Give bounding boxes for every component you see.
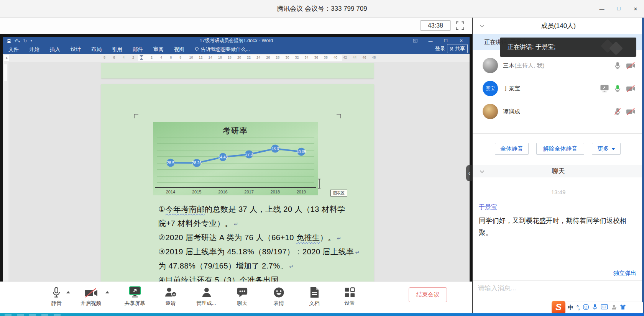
chevron-down-icon[interactable] (480, 22, 485, 29)
ribbon-tab[interactable]: 插入 (50, 46, 60, 53)
ribbon-tab[interactable]: 引用 (112, 46, 122, 53)
mic-icon[interactable] (613, 61, 622, 70)
tell-me-box[interactable]: 告诉我您想要做什么... (195, 46, 250, 53)
chat-icon (237, 287, 248, 298)
caret-down-icon (611, 148, 615, 150)
camera-off-icon[interactable] (626, 108, 636, 116)
share-screen-button[interactable]: 共享屏幕 (120, 285, 150, 307)
text-segment: 院+7 材料外专业）。 (158, 219, 233, 228)
member-name: 谭润成 (503, 108, 520, 115)
ribbon-tab[interactable]: 视图 (174, 46, 184, 53)
chart-point: 28.5 (167, 159, 175, 167)
ribbon-tab[interactable]: 审阅 (153, 46, 164, 53)
ime-emoji-icon[interactable] (583, 304, 589, 312)
share-screen-icon (128, 286, 141, 298)
minimize-icon[interactable]: — (593, 0, 610, 18)
svg-text:7: 7 (615, 307, 616, 309)
mic-active-icon[interactable] (613, 84, 622, 93)
ribbon-tab[interactable]: 布局 (91, 46, 102, 53)
word-signin-link[interactable]: 登录 (435, 45, 445, 52)
ime-voice-icon[interactable] (592, 304, 598, 312)
document-chart[interactable]: 28.5201428.26201534.48201637.3201743.320… (153, 122, 318, 195)
ruler-number: 26 (266, 56, 270, 59)
unmute-all-button[interactable]: 解除全体静音 (536, 143, 584, 155)
word-close-icon[interactable]: ✕ (453, 38, 469, 43)
ribbon-tab[interactable]: 文件 (8, 46, 19, 53)
shared-screen-frame: ↶▾ ↻ ▾ 17级考研动员会提纲1.docx - Word — ☐ ✕ 文件开… (0, 34, 472, 282)
chart-x-label: 2014 (166, 190, 175, 194)
docs-button[interactable]: 文档 (300, 285, 329, 307)
more-button[interactable]: 更多 (592, 143, 621, 155)
ruler-number: 44 (353, 56, 356, 59)
ribbon-tab[interactable]: 邮件 (133, 46, 143, 53)
word-minimize-icon[interactable]: — (423, 39, 438, 43)
toolbar-item-label: 管理成... (196, 300, 216, 307)
docs-icon (310, 287, 319, 298)
svg-text:37.3: 37.3 (245, 152, 253, 157)
camera-off-icon[interactable] (626, 85, 636, 93)
indent-marker[interactable] (140, 55, 143, 60)
members-header: 成员(140人) (473, 18, 644, 34)
chat-sender[interactable]: 于景宝 (479, 203, 497, 211)
ime-skin-icon[interactable] (620, 304, 626, 311)
svg-text:40.05: 40.05 (296, 150, 306, 154)
mute-all-button[interactable]: 全体静音 (495, 143, 529, 155)
toolbar-item-label: 文档 (309, 300, 320, 307)
ribbon-tab[interactable]: 设计 (71, 46, 81, 53)
camera-off-icon (84, 288, 98, 298)
settings-button[interactable]: 设置 (335, 285, 364, 307)
document-page[interactable]: 28.5201428.26201534.48201637.3201743.320… (101, 84, 374, 282)
meeting-timer: 43:38 (420, 20, 451, 31)
share-control-strip: 43:38 (0, 18, 472, 34)
maximize-icon[interactable]: ☐ (610, 0, 627, 18)
spellcheck-text: 今年考南邮 (165, 205, 205, 213)
start-video-button[interactable]: 开启视频 (72, 285, 109, 307)
meeting-toolbar: 静音开启视频共享屏幕邀请管理成...聊天表情文档设置结束会议 (0, 282, 472, 316)
end-meeting-button[interactable]: 结束会议 (409, 287, 447, 302)
member-row[interactable]: 景宝于景宝 (473, 77, 644, 100)
vertical-ruler[interactable] (3, 62, 8, 282)
tab-selector[interactable]: L (4, 55, 10, 61)
camera-off-icon[interactable] (626, 62, 636, 70)
shared-screen-region: 43:38 ↶▾ ↻ ▾ 17级考研动员会提纲1.docx - Word — ☐… (0, 18, 472, 316)
chevron-down-icon[interactable] (480, 167, 485, 175)
manage-members-button[interactable]: 管理成... (192, 285, 221, 307)
ime-keyboard-icon[interactable] (601, 304, 608, 311)
text-cursor-icon (317, 178, 321, 190)
fullscreen-icon[interactable] (455, 21, 465, 30)
emoji-button[interactable]: 表情 (264, 285, 293, 307)
toolbar-item-label: 静音 (51, 300, 62, 307)
invite-button[interactable]: 邀请 (156, 285, 185, 307)
word-share-button[interactable]: 共享 (447, 44, 468, 53)
horizontal-ruler[interactable]: L 86422468101214161820222426283032343638… (3, 54, 470, 62)
chart-area-tooltip: 图表区 (330, 190, 347, 196)
member-name: 三木(主持人, 我) (503, 62, 544, 69)
collapse-panel-handle[interactable]: ‹ (466, 165, 472, 181)
document-text-line: ①今年考南邮的总数是 37 人，上线 20 人（13 材料学 (158, 204, 345, 214)
chart-x-label: 2019 (297, 190, 306, 194)
caret-up-icon[interactable] (105, 291, 109, 293)
toolbar-item-label: 共享屏幕 (125, 300, 145, 307)
word-maximize-icon[interactable]: ☐ (438, 38, 453, 43)
person-icon (450, 47, 453, 51)
mute-button[interactable]: 静音 (42, 285, 71, 307)
ruler-number: 4 (123, 56, 125, 59)
member-row[interactable]: 三木(主持人, 我) (473, 54, 644, 77)
document-text-line: ③2019 届上线率为 45.18%（89/197）：2020 届上线率↵ (158, 247, 360, 257)
popout-chat-link[interactable]: 独立弹出 (613, 270, 636, 277)
chat-button[interactable]: 聊天 (228, 285, 257, 307)
caret-up-icon[interactable] (66, 291, 70, 293)
manage-icon (201, 287, 212, 298)
desktop-edge-strip (642, 18, 644, 313)
member-row[interactable]: 谭润成 (473, 100, 644, 123)
chat-messages: 13:49 于景宝 同学们好，又到樱花盛开时，期待着同学们返校相聚。 独立弹出 (473, 177, 644, 280)
ime-language-toggle[interactable]: 中 (568, 304, 573, 311)
ime-punctuation-toggle[interactable]: °, (577, 305, 580, 311)
ime-account-icon[interactable]: 7 (611, 304, 617, 311)
chat-title: 聊天 (552, 167, 565, 175)
sogou-logo-icon[interactable]: S (552, 301, 565, 314)
mic-off-icon[interactable] (613, 107, 622, 116)
ribbon-display-options-icon[interactable] (407, 39, 423, 43)
close-icon[interactable]: ✕ (627, 0, 644, 18)
ribbon-tab[interactable]: 开始 (29, 46, 39, 53)
